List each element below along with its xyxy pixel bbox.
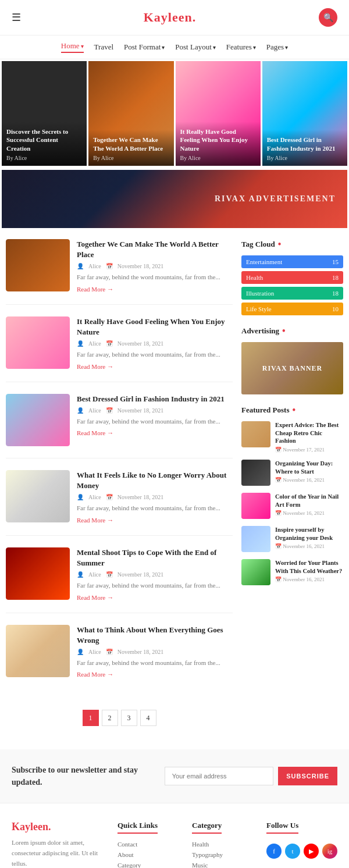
article-thumb-4[interactable] bbox=[6, 547, 70, 600]
article-author-2: Alice bbox=[88, 407, 101, 414]
newsletter-email-input[interactable] bbox=[165, 767, 273, 785]
sidebar: Tag Cloud • Entertainment 15 Health 18 I… bbox=[241, 239, 343, 741]
author-icon: 👤 bbox=[77, 494, 84, 500]
tag-lifestyle[interactable]: Life Style 10 bbox=[241, 303, 343, 315]
social-twitter-icon[interactable]: t bbox=[285, 844, 300, 859]
footer-grid: Kayleen. Lorem ipsum dolor sit amet, con… bbox=[12, 821, 337, 868]
page-btn-1[interactable]: 1 bbox=[83, 710, 99, 726]
article-thumb-3[interactable] bbox=[6, 470, 70, 522]
hero-author-0: By Alice bbox=[6, 155, 82, 161]
article-author-1: Alice bbox=[88, 340, 101, 347]
featured-thumb-4 bbox=[241, 559, 270, 585]
date-icon: 📅 bbox=[106, 263, 113, 269]
page-btn-2[interactable]: 2 bbox=[102, 710, 118, 726]
hero-author-3: By Alice bbox=[267, 155, 343, 161]
social-facebook-icon[interactable]: f bbox=[266, 844, 282, 859]
featured-item-1[interactable]: Organizing Your Day: Where to Start 📅 No… bbox=[241, 460, 343, 486]
tag-health[interactable]: Health 18 bbox=[241, 271, 343, 284]
footer-cat-health[interactable]: Health bbox=[192, 841, 255, 848]
social-youtube-icon[interactable]: ▶ bbox=[304, 844, 319, 859]
article-excerpt-1: Far far away, behind the word mountains,… bbox=[77, 350, 233, 360]
featured-item-2[interactable]: Color of the Year in Nail Art Form 📅 Nov… bbox=[241, 493, 343, 519]
read-more-2[interactable]: Read More → bbox=[77, 429, 233, 436]
advertising-section: Advertising • RIVAX BANNER bbox=[241, 326, 343, 394]
hero-author-2: By Alice bbox=[180, 155, 256, 161]
date-icon: 📅 bbox=[106, 494, 113, 500]
hero-item-1[interactable]: Together We Can Make The World A Better … bbox=[88, 61, 173, 166]
footer-cat-typography[interactable]: Typography bbox=[192, 851, 255, 858]
social-instagram-icon[interactable]: ig bbox=[322, 844, 337, 859]
read-more-4[interactable]: Read More → bbox=[77, 594, 233, 601]
featured-title-0: Expert Advice: The Best Cheap Retro Chic… bbox=[275, 421, 343, 445]
tag-illustration[interactable]: Illustration 18 bbox=[241, 287, 343, 300]
featured-item-0[interactable]: Expert Advice: The Best Cheap Retro Chic… bbox=[241, 421, 343, 453]
featured-date-4: 📅 November 16, 2021 bbox=[275, 577, 343, 582]
tag-cloud-dot: • bbox=[278, 239, 282, 250]
article-meta-0: 👤 Alice 📅 November 18, 2021 bbox=[77, 263, 233, 269]
footer-link-category[interactable]: Category bbox=[117, 862, 180, 868]
article-author-4: Alice bbox=[88, 571, 101, 578]
nav-home[interactable]: Home▾ bbox=[61, 41, 84, 53]
article-excerpt-2: Far far away, behind the word mountains,… bbox=[77, 417, 233, 426]
ad-banner: RIVAX ADVERTISEMENT bbox=[2, 170, 347, 228]
featured-title-3: Inspire yourself by Organizing your Desk bbox=[275, 526, 343, 542]
author-icon: 👤 bbox=[77, 263, 84, 269]
featured-item-3[interactable]: Inspire yourself by Organizing your Desk… bbox=[241, 526, 343, 552]
author-icon: 👤 bbox=[77, 340, 84, 347]
date-icon: 📅 bbox=[106, 340, 113, 347]
hero-title-3: Best Dressed Girl in Fashion Industry in… bbox=[267, 136, 343, 152]
read-more-3[interactable]: Read More → bbox=[77, 517, 233, 524]
hero-title-1: Together We Can Make The World A Better … bbox=[93, 136, 169, 152]
footer-desc: Lorem ipsum dolor sit amet, consectetur … bbox=[12, 838, 106, 868]
article-thumb-2[interactable] bbox=[6, 394, 70, 446]
hamburger-menu[interactable]: ☰ bbox=[12, 11, 21, 24]
footer-cat-music[interactable]: Music bbox=[192, 862, 255, 868]
article-card-5: What to Think About When Everything Goes… bbox=[6, 625, 233, 690]
footer-link-contact[interactable]: Contact bbox=[117, 841, 180, 848]
featured-date-1: 📅 November 16, 2021 bbox=[275, 477, 343, 483]
article-meta-1: 👤 Alice 📅 November 18, 2021 bbox=[77, 340, 233, 347]
nav-features[interactable]: Features▾ bbox=[226, 42, 256, 52]
hero-title-0: Discover the Secrets to Successful Conte… bbox=[6, 127, 82, 152]
hero-item-2[interactable]: It Really Have Good Feeling When You Enj… bbox=[176, 61, 261, 166]
nav-post-format[interactable]: Post Format▾ bbox=[124, 42, 165, 52]
article-title-2: Best Dressed Girl in Fashion Industry in… bbox=[77, 394, 233, 404]
featured-date-0: 📅 November 17, 2021 bbox=[275, 447, 343, 453]
article-thumb-0[interactable] bbox=[6, 239, 70, 291]
article-card-0: Together We Can Make The World A Better … bbox=[6, 239, 233, 305]
page-btn-3[interactable]: 3 bbox=[121, 710, 137, 726]
read-more-5[interactable]: Read More → bbox=[77, 671, 233, 678]
nav-pages[interactable]: Pages▾ bbox=[266, 42, 288, 52]
nav-post-layout[interactable]: Post Layout▾ bbox=[175, 42, 215, 52]
featured-posts-title: Featured Posts • bbox=[241, 405, 343, 415]
tag-cloud-section: Tag Cloud • Entertainment 15 Health 18 I… bbox=[241, 239, 343, 315]
featured-item-4[interactable]: Worried for Your Plants With This Cold W… bbox=[241, 559, 343, 585]
page-btn-4[interactable]: 4 bbox=[140, 710, 156, 726]
footer-link-about[interactable]: About bbox=[117, 851, 180, 858]
article-meta-4: 👤 Alice 📅 November 18, 2021 bbox=[77, 571, 233, 578]
hero-item-3[interactable]: Best Dressed Girl in Fashion Industry in… bbox=[262, 61, 347, 166]
article-date-0: November 18, 2021 bbox=[117, 263, 164, 269]
featured-title-1: Organizing Your Day: Where to Start bbox=[275, 460, 343, 475]
hero-item-0[interactable]: Discover the Secrets to Successful Conte… bbox=[2, 61, 87, 166]
read-more-1[interactable]: Read More → bbox=[77, 363, 233, 370]
article-title-1: It Really Have Good Feeling When You Enj… bbox=[77, 316, 233, 337]
article-date-3: November 18, 2021 bbox=[117, 494, 164, 500]
newsletter-section: Subscribe to our newsletter and stay upd… bbox=[0, 749, 349, 803]
article-author-3: Alice bbox=[88, 494, 101, 500]
featured-title-2: Color of the Year in Nail Art Form bbox=[275, 493, 343, 508]
nav-travel[interactable]: Travel bbox=[94, 42, 113, 52]
article-thumb-1[interactable] bbox=[6, 316, 70, 369]
read-more-0[interactable]: Read More → bbox=[77, 286, 233, 293]
author-icon: 👤 bbox=[77, 649, 84, 655]
article-thumb-5[interactable] bbox=[6, 625, 70, 677]
article-title-5: What to Think About When Everything Goes… bbox=[77, 625, 233, 646]
search-button[interactable]: 🔍 bbox=[319, 8, 337, 27]
article-title-3: What It Feels Like to No Longer Worry Ab… bbox=[77, 470, 233, 491]
article-meta-5: 👤 Alice 📅 November 18, 2021 bbox=[77, 649, 233, 655]
tag-entertainment[interactable]: Entertainment 15 bbox=[241, 255, 343, 268]
author-icon: 👤 bbox=[77, 407, 84, 414]
footer-quick-links-title: Quick Links bbox=[117, 821, 158, 834]
site-logo: Kayleen. bbox=[144, 10, 197, 25]
newsletter-subscribe-button[interactable]: SUBSCRIBE bbox=[278, 767, 337, 785]
